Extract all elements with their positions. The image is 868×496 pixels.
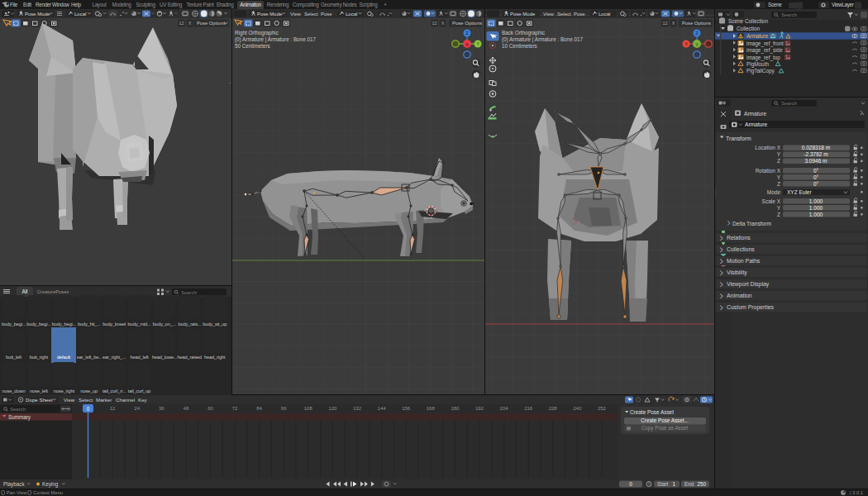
svg-text:Z: Z xyxy=(695,31,699,36)
svg-text:216: 216 xyxy=(524,406,533,411)
svg-text:204: 204 xyxy=(500,406,509,411)
svg-text:Start: Start xyxy=(657,481,669,487)
svg-text:Rotation X: Rotation X xyxy=(756,168,781,174)
svg-text:Back Orthographic: Back Orthographic xyxy=(502,30,545,36)
svg-text:Right Orthographic: Right Orthographic xyxy=(235,30,279,36)
svg-text:Dope Sheet: Dope Sheet xyxy=(26,397,53,403)
svg-text:Armature: Armature xyxy=(745,122,767,127)
svg-text:Scale X: Scale X xyxy=(762,198,781,204)
svg-text:XYZ Euler: XYZ Euler xyxy=(787,189,812,195)
svg-text:Search: Search xyxy=(781,101,797,106)
svg-text:Y: Y xyxy=(777,205,781,211)
svg-text:Z: Z xyxy=(465,31,469,36)
svg-text:Pan View: Pan View xyxy=(7,490,27,495)
svg-text:Z: Z xyxy=(777,158,780,164)
svg-text:50 Centimeters: 50 Centimeters xyxy=(235,43,270,49)
svg-text:Pose Options: Pose Options xyxy=(197,21,226,26)
svg-text:View: View xyxy=(543,12,555,17)
svg-text:72: 72 xyxy=(232,406,238,411)
svg-text:60: 60 xyxy=(207,406,213,411)
svg-text:96: 96 xyxy=(281,406,287,411)
svg-text:Pose Options: Pose Options xyxy=(682,21,711,26)
svg-text:Y: Y xyxy=(777,174,781,180)
svg-text:X: X xyxy=(465,42,469,47)
svg-text:Pose: Pose xyxy=(321,12,332,17)
svg-text:48: 48 xyxy=(184,406,189,411)
svg-text:0: 0 xyxy=(87,406,90,412)
svg-text:Local: Local xyxy=(74,12,86,17)
svg-text:Channel: Channel xyxy=(116,397,135,403)
svg-text:Select: Select xyxy=(557,12,571,17)
svg-text:1.000: 1.000 xyxy=(809,205,823,211)
svg-text:Marker: Marker xyxy=(96,397,112,403)
svg-text:168: 168 xyxy=(427,406,436,411)
svg-text:1.000: 1.000 xyxy=(809,212,823,217)
svg-text:PigTailCopy: PigTailCopy xyxy=(746,68,775,74)
svg-text:Location X: Location X xyxy=(755,145,780,150)
svg-text:Playback: Playback xyxy=(3,481,25,488)
svg-text:Pose Mode: Pose Mode xyxy=(257,12,283,17)
svg-text:Armature: Armature xyxy=(744,111,766,117)
svg-text:1.000: 1.000 xyxy=(809,198,823,204)
svg-text:132: 132 xyxy=(353,406,362,411)
svg-text:3.0946 m: 3.0946 m xyxy=(804,158,827,164)
svg-text:Select: Select xyxy=(79,397,93,403)
svg-text:Create Pose Asset: Create Pose Asset xyxy=(630,409,674,415)
svg-text:Search: Search xyxy=(781,12,797,17)
svg-text:0°: 0° xyxy=(813,181,819,187)
svg-text:Search: Search xyxy=(10,407,26,412)
svg-text:PigMouth: PigMouth xyxy=(746,61,769,68)
svg-text:Collection: Collection xyxy=(737,26,761,31)
svg-text:240: 240 xyxy=(573,406,582,411)
svg-text:image_ref_top: image_ref_top xyxy=(746,55,780,61)
svg-text:Pose: Pose xyxy=(574,12,585,17)
svg-text:| 3.0.1: | 3.0.1 xyxy=(850,490,863,495)
svg-text:Context Menu: Context Menu xyxy=(33,490,63,495)
svg-text:image_ref_front: image_ref_front xyxy=(746,41,784,47)
svg-text:Create Pose Asset...: Create Pose Asset... xyxy=(641,417,689,423)
svg-text:-2.3762 m: -2.3762 m xyxy=(804,151,827,157)
svg-text:View: View xyxy=(64,397,75,403)
svg-text:X: X xyxy=(684,41,688,46)
svg-text:(0) Armature | Armature : Bone: (0) Armature | Armature : Bone.017 xyxy=(502,36,583,43)
svg-text:Y: Y xyxy=(476,41,479,46)
svg-text:10 Centimeters: 10 Centimeters xyxy=(502,43,537,49)
svg-text:156: 156 xyxy=(402,406,411,411)
svg-text:Y: Y xyxy=(695,42,699,47)
svg-text:Z: Z xyxy=(777,181,780,187)
svg-text:Armature: Armature xyxy=(746,33,769,39)
svg-text:1: 1 xyxy=(672,481,675,487)
svg-text:12: 12 xyxy=(662,21,667,26)
svg-text:Y: Y xyxy=(777,151,781,157)
svg-text:View: View xyxy=(290,12,302,17)
svg-text:250: 250 xyxy=(697,481,706,487)
svg-text:0°: 0° xyxy=(813,168,819,174)
svg-text:Summary: Summary xyxy=(8,414,31,421)
svg-text:Pose Mode: Pose Mode xyxy=(510,12,536,17)
svg-text:36: 36 xyxy=(159,406,165,411)
svg-text:image_ref_side: image_ref_side xyxy=(746,47,783,54)
svg-text:252: 252 xyxy=(598,406,607,411)
svg-text:12: 12 xyxy=(179,21,184,26)
svg-text:Transform: Transform xyxy=(726,136,751,141)
svg-text:108: 108 xyxy=(304,406,313,411)
svg-text:Local: Local xyxy=(599,12,610,17)
svg-text:X: X xyxy=(188,21,192,26)
svg-text:Mode: Mode xyxy=(767,189,781,195)
svg-text:12: 12 xyxy=(110,406,116,411)
svg-text:Delta Transform: Delta Transform xyxy=(732,221,771,227)
svg-text:0: 0 xyxy=(629,481,632,487)
svg-text:180: 180 xyxy=(451,406,460,411)
svg-text:0.028318 m: 0.028318 m xyxy=(802,145,830,150)
svg-text:Z: Z xyxy=(777,212,780,217)
svg-text:Pose Options: Pose Options xyxy=(452,21,482,26)
svg-text:Keying: Keying xyxy=(42,481,59,488)
svg-text:End: End xyxy=(684,481,694,487)
svg-text:Scene Collection: Scene Collection xyxy=(728,18,768,24)
svg-text:Key: Key xyxy=(138,397,148,403)
svg-text:144: 144 xyxy=(378,406,387,411)
svg-text:228: 228 xyxy=(549,406,558,411)
svg-text:Local: Local xyxy=(346,12,357,17)
svg-text:12: 12 xyxy=(432,21,436,26)
svg-text:Copy Pose as Asset: Copy Pose as Asset xyxy=(641,425,689,432)
